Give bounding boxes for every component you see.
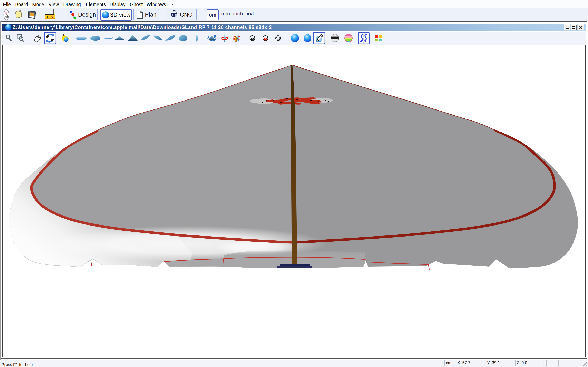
- svg-text:1: 1: [47, 15, 48, 18]
- svg-text:0: 0: [52, 15, 53, 18]
